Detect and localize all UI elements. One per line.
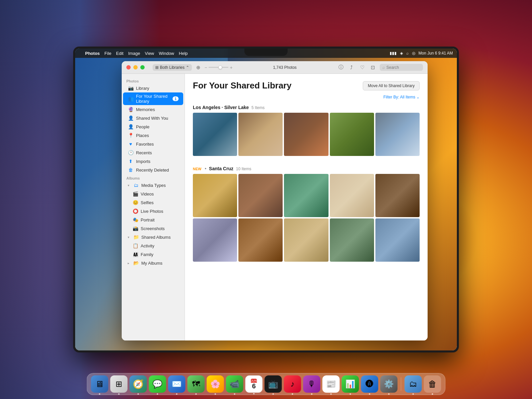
dock-appstore[interactable]: 🅐 xyxy=(361,375,378,393)
photo-item[interactable] xyxy=(284,174,328,217)
library-selector-label: Both Libraries xyxy=(160,65,185,70)
sidebar-item-live-photos[interactable]: ⭕ Live Photos xyxy=(123,207,183,215)
photo-item[interactable] xyxy=(238,113,283,156)
search-input[interactable] xyxy=(386,65,420,70)
photo-section-la: Los Angeles · Silver Lake 5 Items xyxy=(185,103,428,164)
activity-icon: 📋 xyxy=(132,243,138,249)
sidebar-item-people[interactable]: 👤 People xyxy=(123,122,183,131)
photo-item[interactable] xyxy=(284,113,328,156)
portrait-icon: 🎭 xyxy=(132,217,138,223)
sidebar-item-places[interactable]: 📍 Places xyxy=(123,131,183,140)
window-titlebar: ⊞ Both Libraries ⌃ ⊕ − + 1,743 Photos xyxy=(122,61,428,74)
menubar-datetime: Mon Jun 6 9:41 AM xyxy=(419,51,453,56)
more-icon[interactable]: ⊡ xyxy=(369,64,376,71)
search-menubar-icon[interactable]: ⌕ xyxy=(406,51,409,56)
camera-notch xyxy=(244,49,288,56)
photo-item[interactable] xyxy=(193,218,237,262)
dock-news[interactable]: 📰 xyxy=(323,375,340,393)
sidebar-item-my-albums[interactable]: ▸ 📂 My Albums xyxy=(123,259,183,267)
sidebar-item-shared-library[interactable]: 👥 For Your Shared Library 1 xyxy=(123,92,183,105)
sidebar-item-favorites[interactable]: ♥ Favorites xyxy=(123,140,183,148)
zoom-slider-thumb[interactable] xyxy=(218,66,222,69)
sidebar-item-memories[interactable]: 🔮 Memories xyxy=(123,105,183,114)
dock-maps[interactable]: 🗺 xyxy=(188,375,205,393)
sidebar-item-selfies[interactable]: 😊 Selfies xyxy=(123,198,183,207)
share-icon[interactable]: ⤴ xyxy=(348,64,355,71)
minimize-button[interactable] xyxy=(133,65,138,69)
dock-photos[interactable]: 🌸 xyxy=(207,375,224,393)
dock-launchpad[interactable]: ⊞ xyxy=(110,375,128,393)
dock-numbers[interactable]: 📊 xyxy=(342,375,359,393)
menubar-help[interactable]: Help xyxy=(179,51,188,56)
favorites-icon: ♥ xyxy=(128,141,134,147)
photo-item[interactable] xyxy=(330,174,374,217)
photo-item[interactable] xyxy=(375,113,420,156)
photo-item[interactable] xyxy=(330,113,374,156)
macbook-frame: Photos File Edit Image View Window Help … xyxy=(73,47,459,352)
maximize-button[interactable] xyxy=(140,65,145,69)
close-button[interactable] xyxy=(126,65,131,69)
sidebar-item-imports[interactable]: ⬆ Imports xyxy=(123,157,183,166)
section-sc-location: Santa Cruz xyxy=(209,166,233,171)
battery-icon: ▮▮▮ xyxy=(390,51,397,56)
dock-facetime[interactable]: 📹 xyxy=(226,375,243,393)
dock-music[interactable]: ♪ xyxy=(284,375,301,393)
sidebar-item-media-types[interactable]: ▾ 🗂 Media Types xyxy=(123,181,183,190)
sidebar-item-recents[interactable]: 🕐 Recents xyxy=(123,148,183,157)
dock-mail[interactable]: ✉️ xyxy=(168,375,186,393)
zoom-minus-icon[interactable]: − xyxy=(204,65,207,70)
dock-messages[interactable]: 💬 xyxy=(149,375,166,393)
library-selector[interactable]: ⊞ Both Libraries ⌃ xyxy=(153,64,192,71)
dock-finder-file[interactable]: 🗂 xyxy=(405,375,422,393)
dock-systemprefs[interactable]: ⚙️ xyxy=(380,375,398,393)
sidebar-item-library[interactable]: 📷 Library xyxy=(123,84,183,92)
sidebar-library-label: Library xyxy=(136,86,149,91)
photo-item[interactable] xyxy=(193,113,237,156)
wifi-icon: ◈ xyxy=(400,51,403,56)
sidebar-my-albums-label: My Albums xyxy=(141,261,163,266)
copy-icon[interactable]: ⊕ xyxy=(195,64,202,71)
menubar-file[interactable]: File xyxy=(104,51,111,56)
dock-calendar[interactable]: JUN 6 xyxy=(245,375,263,393)
filter-button[interactable]: Filter By: All Items ⌄ xyxy=(383,95,420,99)
sidebar-item-portrait[interactable]: 🎭 Portrait xyxy=(123,215,183,224)
sidebar-recents-label: Recents xyxy=(136,150,152,155)
shared-library-icon: 👥 xyxy=(128,96,134,102)
photo-item[interactable] xyxy=(238,218,283,262)
selfies-icon: 😊 xyxy=(132,200,138,205)
photo-item[interactable] xyxy=(193,174,237,217)
dock-appletv[interactable]: 📺 xyxy=(265,375,282,393)
favorite-icon[interactable]: ♡ xyxy=(358,64,366,71)
menubar-view[interactable]: View xyxy=(145,51,154,56)
photo-item[interactable] xyxy=(284,218,328,262)
filter-bar: Filter By: All Items ⌄ xyxy=(185,95,428,103)
dock-finder[interactable]: 🖥 xyxy=(91,375,108,393)
menubar-window[interactable]: Window xyxy=(159,51,174,56)
info-icon[interactable]: ⓘ xyxy=(337,64,344,71)
sidebar-item-activity[interactable]: 📋 Activity xyxy=(123,241,183,250)
zoom-control: − + xyxy=(204,65,232,70)
sidebar-item-family[interactable]: 👨‍👩‍👧 Family xyxy=(123,250,183,259)
sc-photo-grid-row1 xyxy=(193,174,420,217)
zoom-plus-icon[interactable]: + xyxy=(230,65,232,70)
menubar-edit[interactable]: Edit xyxy=(116,51,123,56)
search-box[interactable]: ⌕ xyxy=(380,64,423,71)
photo-item[interactable] xyxy=(238,174,283,217)
menubar-app-name[interactable]: Photos xyxy=(85,51,100,56)
photo-section-sc: NEW • Santa Cruz 10 Items xyxy=(185,164,428,270)
sidebar-item-videos[interactable]: 🎬 Videos xyxy=(123,190,183,198)
zoom-slider[interactable] xyxy=(208,67,228,68)
photo-item[interactable] xyxy=(330,218,374,262)
menubar-image[interactable]: Image xyxy=(128,51,140,56)
photo-item[interactable] xyxy=(375,218,420,262)
dock-safari[interactable]: 🧭 xyxy=(130,375,147,393)
sidebar-item-screenshots[interactable]: 📸 Screenshots xyxy=(123,224,183,233)
dock-podcasts[interactable]: 🎙 xyxy=(303,375,321,393)
move-all-button[interactable]: Move All to Shared Library xyxy=(363,81,420,90)
sidebar-item-shared-with-you[interactable]: 👤 Shared With You xyxy=(123,114,183,122)
sidebar-item-shared-albums[interactable]: ▾ 📁 Shared Albums xyxy=(123,233,183,241)
siri-icon[interactable]: ◎ xyxy=(412,51,415,56)
photo-item[interactable] xyxy=(375,174,420,217)
sidebar-item-recently-deleted[interactable]: 🗑 Recently Deleted xyxy=(123,166,183,174)
dock-trash[interactable]: 🗑 xyxy=(424,375,441,393)
